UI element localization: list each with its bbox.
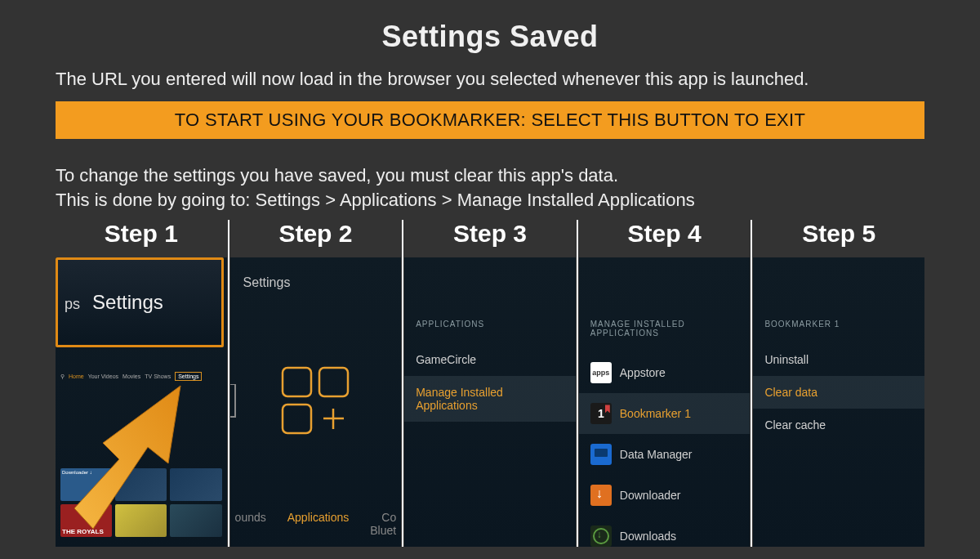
step-3: Step 3 APPLICATIONS GameCircle Manage In… bbox=[404, 220, 576, 547]
list-item-uninstall[interactable]: Uninstall bbox=[753, 343, 924, 376]
exit-button[interactable]: TO START USING YOUR BOOKMARKER: SELECT T… bbox=[56, 101, 924, 139]
step1-thumbs: Downloader ↓ THE ROYALS bbox=[60, 468, 222, 542]
thumb bbox=[115, 468, 167, 501]
search-icon: ⚲ bbox=[60, 373, 65, 380]
list-item-label: Downloads bbox=[620, 530, 676, 543]
thumb: THE ROYALS bbox=[60, 504, 112, 537]
step1-focus-label: Settings bbox=[92, 291, 163, 313]
nav-item: TV Shows bbox=[145, 373, 171, 379]
step3-section-label: APPLICATIONS bbox=[404, 320, 576, 329]
list-item-bookmarker1[interactable]: 1 Bookmarker 1 bbox=[579, 393, 751, 434]
svg-rect-6 bbox=[230, 384, 235, 417]
thumb: Downloader ↓ bbox=[60, 468, 112, 501]
list-item-clear-cache[interactable]: Clear cache bbox=[753, 409, 924, 441]
step-2: Step 2 Settings ounds bbox=[230, 220, 402, 547]
device-partial-icon bbox=[230, 384, 238, 425]
step1-navbar: ⚲ Home Your Videos Movies TV Shows Setti… bbox=[60, 372, 222, 381]
list-item-label: Bookmarker 1 bbox=[620, 407, 691, 420]
thumb bbox=[170, 504, 221, 537]
list-item-label: GameCircle bbox=[416, 353, 476, 366]
label-sounds-partial: ounds bbox=[235, 511, 266, 537]
page-subtitle: The URL you entered will now load in the… bbox=[56, 69, 924, 90]
nav-item: Your Videos bbox=[88, 373, 118, 379]
list-item-label: Downloader bbox=[620, 489, 681, 502]
step1-focus-box: ps Settings bbox=[56, 257, 224, 347]
step-4: Step 4 MANAGE INSTALLED APPLICATIONS app… bbox=[579, 220, 751, 547]
list-item-label: Clear cache bbox=[764, 418, 826, 432]
list-item-label: Clear data bbox=[764, 386, 817, 399]
nav-home: Home bbox=[69, 373, 84, 379]
list-item-gamecircle[interactable]: GameCircle bbox=[404, 343, 576, 376]
list-item-label: Uninstall bbox=[764, 353, 808, 366]
data-manager-icon bbox=[590, 444, 612, 465]
downloader-icon bbox=[590, 485, 612, 506]
step-5-heading: Step 5 bbox=[753, 220, 924, 248]
instruction-line-2: This is done by going to: Settings > App… bbox=[56, 188, 924, 212]
list-item-clear-data[interactable]: Clear data bbox=[753, 376, 924, 409]
label-applications: Applications bbox=[287, 511, 350, 537]
step2-header: Settings bbox=[243, 275, 291, 290]
list-item-label: Appstore bbox=[620, 366, 666, 379]
list-item-appstore[interactable]: apps Appstore bbox=[579, 352, 751, 393]
steps-row: Step 1 ps Settings ⚲ Home Your Videos Mo… bbox=[56, 220, 924, 547]
label-bluetooth-partial: CoBluet bbox=[370, 511, 396, 537]
list-item-label: Data Manager bbox=[620, 448, 693, 461]
step-5: Step 5 BOOKMARKER 1 Uninstall Clear data… bbox=[753, 220, 924, 547]
svg-rect-1 bbox=[283, 368, 311, 396]
step-4-heading: Step 4 bbox=[579, 220, 751, 248]
step-3-heading: Step 3 bbox=[404, 220, 576, 248]
thumb bbox=[170, 468, 221, 501]
step4-section-label: MANAGE INSTALLED APPLICATIONS bbox=[579, 320, 751, 338]
step1-focus-prefix: ps bbox=[65, 296, 80, 312]
page-title: Settings Saved bbox=[56, 20, 924, 54]
list-item-downloader[interactable]: Downloader bbox=[579, 475, 751, 516]
applications-grid-icon bbox=[278, 364, 352, 437]
list-item-data-manager[interactable]: Data Manager bbox=[579, 434, 751, 475]
thumb bbox=[115, 504, 167, 537]
svg-rect-2 bbox=[319, 368, 348, 396]
downloads-icon bbox=[590, 525, 612, 547]
appstore-icon: apps bbox=[590, 362, 612, 383]
step-1: Step 1 ps Settings ⚲ Home Your Videos Mo… bbox=[56, 220, 227, 547]
list-item-label: Manage Installed Applications bbox=[416, 386, 564, 412]
step2-bottom-labels: ounds Applications CoBluet bbox=[230, 511, 402, 537]
step-1-heading: Step 1 bbox=[56, 220, 227, 248]
nav-settings-boxed: Settings bbox=[175, 372, 202, 381]
list-item-downloads[interactable]: Downloads bbox=[579, 516, 751, 547]
step-2-heading: Step 2 bbox=[230, 220, 402, 248]
bookmarker-icon: 1 bbox=[590, 403, 612, 424]
nav-item: Movies bbox=[122, 373, 140, 379]
instruction-line-1: To change the settings you have saved, y… bbox=[56, 163, 924, 188]
svg-rect-3 bbox=[283, 405, 311, 433]
step5-section-label: BOOKMARKER 1 bbox=[753, 320, 924, 329]
list-item-manage-installed[interactable]: Manage Installed Applications bbox=[404, 376, 576, 422]
